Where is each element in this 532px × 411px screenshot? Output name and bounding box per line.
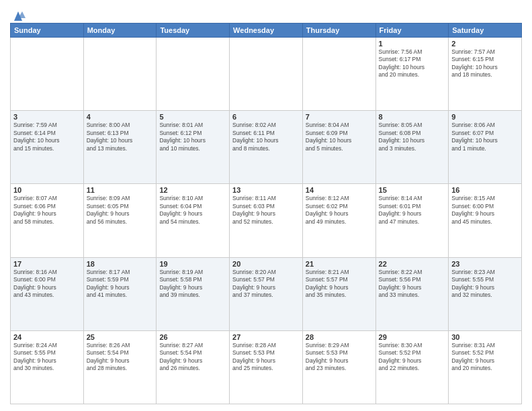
calendar-cell: 20Sunrise: 8:20 AM Sunset: 5:57 PM Dayli… <box>230 257 303 330</box>
weekday-header: Wednesday <box>230 24 303 38</box>
day-info: Sunrise: 8:16 AM Sunset: 6:00 PM Dayligh… <box>13 269 81 300</box>
calendar-cell: 19Sunrise: 8:19 AM Sunset: 5:58 PM Dayli… <box>157 257 230 330</box>
day-number: 25 <box>87 333 154 341</box>
day-info: Sunrise: 7:57 AM Sunset: 6:15 PM Dayligh… <box>451 48 519 79</box>
calendar-cell: 6Sunrise: 8:02 AM Sunset: 6:11 PM Daylig… <box>230 111 303 184</box>
day-number: 23 <box>451 260 519 268</box>
day-info: Sunrise: 8:14 AM Sunset: 6:01 PM Dayligh… <box>379 195 446 226</box>
day-info: Sunrise: 7:56 AM Sunset: 6:17 PM Dayligh… <box>379 48 446 79</box>
weekday-header: Saturday <box>449 24 522 38</box>
day-number: 22 <box>379 260 446 268</box>
calendar-cell: 1Sunrise: 7:56 AM Sunset: 6:17 PM Daylig… <box>375 38 449 111</box>
day-number: 2 <box>451 40 519 48</box>
day-number: 27 <box>232 333 300 341</box>
calendar-cell: 25Sunrise: 8:26 AM Sunset: 5:54 PM Dayli… <box>83 330 157 404</box>
day-number: 16 <box>451 186 519 194</box>
day-info: Sunrise: 8:29 AM Sunset: 5:53 PM Dayligh… <box>306 342 373 373</box>
weekday-header: Thursday <box>302 24 375 38</box>
header <box>10 7 522 19</box>
day-info: Sunrise: 8:17 AM Sunset: 5:59 PM Dayligh… <box>87 269 154 300</box>
day-info: Sunrise: 8:22 AM Sunset: 5:56 PM Dayligh… <box>379 269 446 300</box>
day-info: Sunrise: 8:02 AM Sunset: 6:11 PM Dayligh… <box>232 122 300 152</box>
day-info: Sunrise: 8:00 AM Sunset: 6:13 PM Dayligh… <box>87 122 154 152</box>
calendar-cell: 7Sunrise: 8:04 AM Sunset: 6:09 PM Daylig… <box>302 111 375 184</box>
day-number: 12 <box>159 186 226 194</box>
day-number: 24 <box>13 333 81 341</box>
weekday-header: Friday <box>375 24 449 38</box>
calendar-cell: 22Sunrise: 8:22 AM Sunset: 5:56 PM Dayli… <box>375 257 449 330</box>
day-info: Sunrise: 8:12 AM Sunset: 6:02 PM Dayligh… <box>306 195 373 226</box>
calendar-cell: 30Sunrise: 8:31 AM Sunset: 5:52 PM Dayli… <box>449 330 522 404</box>
calendar-week-row: 3Sunrise: 7:59 AM Sunset: 6:14 PM Daylig… <box>11 111 522 184</box>
weekday-header: Tuesday <box>157 24 230 38</box>
day-info: Sunrise: 8:10 AM Sunset: 6:04 PM Dayligh… <box>159 195 226 226</box>
day-number: 1 <box>379 40 446 48</box>
day-info: Sunrise: 8:26 AM Sunset: 5:54 PM Dayligh… <box>87 342 154 373</box>
day-number: 11 <box>87 186 154 194</box>
day-info: Sunrise: 8:31 AM Sunset: 5:52 PM Dayligh… <box>451 342 519 373</box>
calendar-cell: 10Sunrise: 8:07 AM Sunset: 6:06 PM Dayli… <box>11 184 84 257</box>
calendar-cell: 3Sunrise: 7:59 AM Sunset: 6:14 PM Daylig… <box>11 111 84 184</box>
calendar-cell: 13Sunrise: 8:11 AM Sunset: 6:03 PM Dayli… <box>230 184 303 257</box>
calendar-cell: 16Sunrise: 8:15 AM Sunset: 6:00 PM Dayli… <box>449 184 522 257</box>
calendar-week-row: 24Sunrise: 8:24 AM Sunset: 5:55 PM Dayli… <box>11 330 522 404</box>
day-info: Sunrise: 8:07 AM Sunset: 6:06 PM Dayligh… <box>13 195 81 226</box>
day-number: 19 <box>159 260 226 268</box>
day-number: 8 <box>379 113 446 121</box>
calendar-cell: 9Sunrise: 8:06 AM Sunset: 6:07 PM Daylig… <box>449 111 522 184</box>
calendar-cell: 8Sunrise: 8:05 AM Sunset: 6:08 PM Daylig… <box>375 111 449 184</box>
day-number: 30 <box>451 333 519 341</box>
day-number: 26 <box>159 333 226 341</box>
calendar-cell: 21Sunrise: 8:21 AM Sunset: 5:57 PM Dayli… <box>302 257 375 330</box>
calendar-cell: 26Sunrise: 8:27 AM Sunset: 5:54 PM Dayli… <box>157 330 230 404</box>
day-number: 28 <box>306 333 373 341</box>
calendar-cell <box>230 38 303 111</box>
calendar-week-row: 10Sunrise: 8:07 AM Sunset: 6:06 PM Dayli… <box>11 184 522 257</box>
calendar-cell: 5Sunrise: 8:01 AM Sunset: 6:12 PM Daylig… <box>157 111 230 184</box>
day-number: 10 <box>13 186 81 194</box>
day-info: Sunrise: 8:06 AM Sunset: 6:07 PM Dayligh… <box>451 122 519 152</box>
day-number: 21 <box>306 260 373 268</box>
day-info: Sunrise: 8:24 AM Sunset: 5:55 PM Dayligh… <box>13 342 81 373</box>
day-number: 18 <box>87 260 154 268</box>
calendar-cell: 27Sunrise: 8:28 AM Sunset: 5:53 PM Dayli… <box>230 330 303 404</box>
day-info: Sunrise: 7:59 AM Sunset: 6:14 PM Dayligh… <box>13 122 81 152</box>
calendar-cell: 4Sunrise: 8:00 AM Sunset: 6:13 PM Daylig… <box>83 111 157 184</box>
day-info: Sunrise: 8:05 AM Sunset: 6:08 PM Dayligh… <box>379 122 446 152</box>
logo <box>10 7 26 19</box>
calendar-cell: 2Sunrise: 7:57 AM Sunset: 6:15 PM Daylig… <box>449 38 522 111</box>
day-info: Sunrise: 8:09 AM Sunset: 6:05 PM Dayligh… <box>87 195 154 226</box>
day-number: 17 <box>13 260 81 268</box>
logo-icon <box>11 9 26 21</box>
calendar-cell: 12Sunrise: 8:10 AM Sunset: 6:04 PM Dayli… <box>157 184 230 257</box>
calendar-table: SundayMondayTuesdayWednesdayThursdayFrid… <box>10 23 522 404</box>
day-number: 20 <box>232 260 300 268</box>
calendar-cell <box>83 38 157 111</box>
day-number: 7 <box>306 113 373 121</box>
calendar-cell: 17Sunrise: 8:16 AM Sunset: 6:00 PM Dayli… <box>11 257 84 330</box>
calendar-cell: 24Sunrise: 8:24 AM Sunset: 5:55 PM Dayli… <box>11 330 84 404</box>
day-number: 14 <box>306 186 373 194</box>
day-info: Sunrise: 8:04 AM Sunset: 6:09 PM Dayligh… <box>306 122 373 152</box>
day-info: Sunrise: 8:15 AM Sunset: 6:00 PM Dayligh… <box>451 195 519 226</box>
calendar-cell: 23Sunrise: 8:23 AM Sunset: 5:55 PM Dayli… <box>449 257 522 330</box>
day-info: Sunrise: 8:27 AM Sunset: 5:54 PM Dayligh… <box>159 342 226 373</box>
day-info: Sunrise: 8:21 AM Sunset: 5:57 PM Dayligh… <box>306 269 373 300</box>
calendar-cell <box>11 38 84 111</box>
calendar-cell: 29Sunrise: 8:30 AM Sunset: 5:52 PM Dayli… <box>375 330 449 404</box>
day-info: Sunrise: 8:20 AM Sunset: 5:57 PM Dayligh… <box>232 269 300 300</box>
calendar-cell: 11Sunrise: 8:09 AM Sunset: 6:05 PM Dayli… <box>83 184 157 257</box>
weekday-header-row: SundayMondayTuesdayWednesdayThursdayFrid… <box>11 24 522 38</box>
day-number: 9 <box>451 113 519 121</box>
calendar-week-row: 17Sunrise: 8:16 AM Sunset: 6:00 PM Dayli… <box>11 257 522 330</box>
calendar-cell: 15Sunrise: 8:14 AM Sunset: 6:01 PM Dayli… <box>375 184 449 257</box>
day-number: 13 <box>232 186 300 194</box>
calendar-cell <box>157 38 230 111</box>
day-info: Sunrise: 8:01 AM Sunset: 6:12 PM Dayligh… <box>159 122 226 152</box>
calendar-cell: 18Sunrise: 8:17 AM Sunset: 5:59 PM Dayli… <box>83 257 157 330</box>
day-info: Sunrise: 8:28 AM Sunset: 5:53 PM Dayligh… <box>232 342 300 373</box>
calendar-cell <box>302 38 375 111</box>
weekday-header: Monday <box>83 24 157 38</box>
calendar-cell: 28Sunrise: 8:29 AM Sunset: 5:53 PM Dayli… <box>302 330 375 404</box>
day-number: 15 <box>379 186 446 194</box>
